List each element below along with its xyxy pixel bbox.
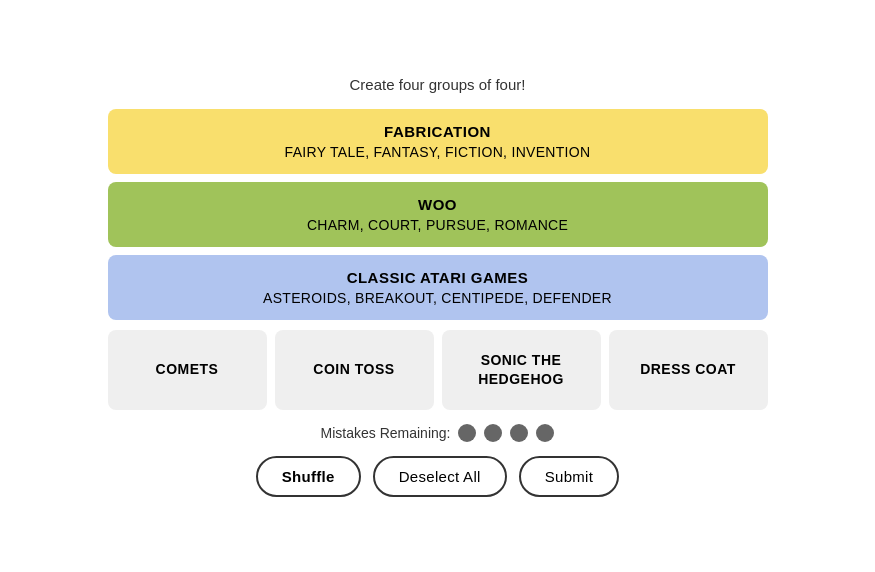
deselect-button[interactable]: Deselect All <box>373 456 507 497</box>
groups-area: FABRICATION FAIRY TALE, FANTASY, FICTION… <box>108 109 768 320</box>
group-card-classic-atari: CLASSIC ATARI GAMES ASTEROIDS, BREAKOUT,… <box>108 255 768 320</box>
mistake-dot-3 <box>510 424 528 442</box>
mistake-dot-4 <box>536 424 554 442</box>
group-category: WOO <box>128 196 748 213</box>
buttons-row: Shuffle Deselect All Submit <box>256 456 619 497</box>
group-items: FAIRY TALE, FANTASY, FICTION, INVENTION <box>128 144 748 160</box>
game-container: Create four groups of four! FABRICATION … <box>108 56 768 517</box>
mistakes-label: Mistakes Remaining: <box>321 425 451 441</box>
tile-coin-toss[interactable]: COIN TOSS <box>275 330 434 410</box>
submit-button[interactable]: Submit <box>519 456 620 497</box>
tiles-row: COMETSCOIN TOSSSONIC THE HEDGEHOGDRESS C… <box>108 330 768 410</box>
mistake-dot-1 <box>458 424 476 442</box>
shuffle-button[interactable]: Shuffle <box>256 456 361 497</box>
group-card-woo: WOO CHARM, COURT, PURSUE, ROMANCE <box>108 182 768 247</box>
instructions-text: Create four groups of four! <box>350 76 526 93</box>
tile-dress-coat[interactable]: DRESS COAT <box>609 330 768 410</box>
mistakes-row: Mistakes Remaining: <box>321 424 555 442</box>
group-items: ASTEROIDS, BREAKOUT, CENTIPEDE, DEFENDER <box>128 290 748 306</box>
group-items: CHARM, COURT, PURSUE, ROMANCE <box>128 217 748 233</box>
group-card-fabrication: FABRICATION FAIRY TALE, FANTASY, FICTION… <box>108 109 768 174</box>
group-category: CLASSIC ATARI GAMES <box>128 269 748 286</box>
group-category: FABRICATION <box>128 123 748 140</box>
tile-comets[interactable]: COMETS <box>108 330 267 410</box>
tile-sonic[interactable]: SONIC THE HEDGEHOG <box>442 330 601 410</box>
mistake-dot-2 <box>484 424 502 442</box>
